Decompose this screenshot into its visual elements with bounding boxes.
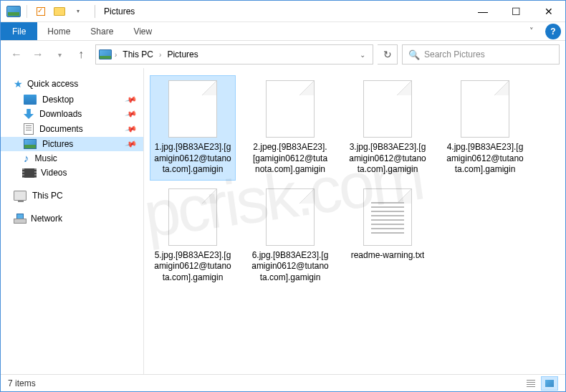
tab-home[interactable]: Home <box>37 22 80 40</box>
pin-icon: 📌 <box>125 123 138 135</box>
file-name-label: 3.jpg.[9B83AE23].[gamigin0612@tutanota.c… <box>348 142 427 176</box>
forward-button[interactable]: → <box>28 44 48 64</box>
breadcrumb-thispc[interactable]: This PC <box>120 49 156 59</box>
ribbon: File Home Share View ˅ ? <box>1 22 565 41</box>
sidebar-item-documents[interactable]: Documents📌 <box>1 121 143 137</box>
downloads-icon <box>24 109 34 119</box>
file-icon <box>168 80 217 138</box>
computer-icon <box>14 191 27 201</box>
file-item[interactable]: readme-warning.txt <box>345 183 431 289</box>
network-label: Network <box>31 214 62 224</box>
file-icon <box>363 80 412 138</box>
videos-icon <box>24 168 35 178</box>
recent-locations-button[interactable]: ▾ <box>49 44 69 64</box>
search-box[interactable]: 🔍 <box>402 44 560 64</box>
item-count: 7 items <box>8 378 36 388</box>
file-name-label: 4.jpg.[9B83AE23].[gamigin0612@tutanota.c… <box>446 142 524 176</box>
close-button[interactable]: ✕ <box>532 1 565 22</box>
address-history-button[interactable]: ⌄ <box>355 51 370 59</box>
refresh-button[interactable]: ↻ <box>378 44 398 64</box>
sidebar-item-pictures[interactable]: Pictures📌 <box>1 137 143 151</box>
file-icon <box>461 80 509 138</box>
music-icon: ♪ <box>24 153 29 163</box>
qat-customize-button[interactable]: ▾ <box>70 4 86 19</box>
file-icon <box>168 188 217 246</box>
sidebar-this-pc[interactable]: This PC <box>1 188 143 203</box>
sidebar-item-videos[interactable]: Videos <box>1 166 143 180</box>
file-icon <box>266 188 315 246</box>
file-name-label: 6.jpg.[9B83AE23].[gamigin0612@tutanota.c… <box>251 250 330 284</box>
file-item[interactable]: 3.jpg.[9B83AE23].[gamigin0612@tutanota.c… <box>345 75 431 181</box>
file-name-label: 1.jpg.[9B83AE23].[gamigin0612@tutanota.c… <box>153 142 232 176</box>
quick-access-label: Quick access <box>27 79 78 89</box>
location-icon <box>99 49 112 59</box>
navigation-bar: ← → ▾ ↑ › This PC › Pictures ⌄ ↻ 🔍 <box>1 41 565 68</box>
network-icon <box>14 214 25 224</box>
file-icon <box>266 80 315 138</box>
file-item[interactable]: 2.jpeg.[9B83AE23].[gamigin0612@tutanota.… <box>247 75 333 181</box>
app-icon <box>6 6 21 17</box>
file-item[interactable]: 1.jpg.[9B83AE23].[gamigin0612@tutanota.c… <box>150 75 236 181</box>
file-name-label: readme-warning.txt <box>351 250 425 262</box>
file-pane[interactable]: 1.jpg.[9B83AE23].[gamigin0612@tutanota.c… <box>144 68 565 374</box>
search-input[interactable] <box>424 49 553 59</box>
sidebar-item-music[interactable]: ♪Music <box>1 151 143 166</box>
this-pc-label: This PC <box>32 191 63 201</box>
maximize-button[interactable]: ☐ <box>499 1 532 22</box>
window-title: Pictures <box>104 6 135 16</box>
pin-icon: 📌 <box>125 93 138 106</box>
sidebar-item-label: Documents <box>39 124 83 134</box>
sidebar-item-downloads[interactable]: Downloads📌 <box>1 107 143 121</box>
tab-share[interactable]: Share <box>80 22 123 40</box>
up-button[interactable]: ↑ <box>71 44 91 64</box>
file-item[interactable]: 4.jpg.[9B83AE23].[gamigin0612@tutanota.c… <box>442 75 528 181</box>
file-item[interactable]: 5.jpg.[9B83AE23].[gamigin0612@tutanota.c… <box>150 183 236 289</box>
sidebar-item-label: Music <box>35 153 57 163</box>
desktop-icon <box>24 95 37 105</box>
chevron-right-icon[interactable]: › <box>159 51 161 59</box>
star-icon: ★ <box>14 78 23 90</box>
sidebar-item-label: Downloads <box>39 109 82 119</box>
sidebar-item-label: Pictures <box>42 139 73 149</box>
file-name-label: 2.jpeg.[9B83AE23].[gamigin0612@tutanota.… <box>251 142 330 176</box>
file-tab[interactable]: File <box>1 22 37 40</box>
sidebar-quick-access[interactable]: ★ Quick access <box>1 77 143 92</box>
details-view-button[interactable] <box>522 376 539 391</box>
navigation-pane: ★ Quick access Desktop📌Downloads📌Documen… <box>1 68 144 374</box>
pin-icon: 📌 <box>125 107 138 120</box>
text-file-icon <box>363 188 412 246</box>
sidebar-network[interactable]: Network <box>1 211 143 226</box>
file-name-label: 5.jpg.[9B83AE23].[gamigin0612@tutanota.c… <box>153 250 232 284</box>
sidebar-item-label: Videos <box>41 168 67 178</box>
back-button[interactable]: ← <box>6 44 27 64</box>
title-bar: ▾ Pictures — ☐ ✕ <box>1 1 565 22</box>
qat-newfolder-button[interactable] <box>52 4 67 19</box>
sidebar-item-desktop[interactable]: Desktop📌 <box>1 92 143 107</box>
minimize-button[interactable]: — <box>466 1 499 22</box>
pictures-icon <box>24 139 37 149</box>
help-button[interactable]: ? <box>545 24 561 39</box>
chevron-right-icon[interactable]: › <box>115 51 117 59</box>
ribbon-expand-button[interactable]: ˅ <box>522 22 541 40</box>
tab-view[interactable]: View <box>123 22 162 40</box>
documents-icon <box>24 123 34 135</box>
search-icon: 🔍 <box>408 49 420 60</box>
large-icons-view-button[interactable] <box>541 376 558 391</box>
pin-icon: 📌 <box>125 138 138 150</box>
status-bar: 7 items <box>1 374 565 391</box>
sidebar-item-label: Desktop <box>42 95 74 105</box>
address-bar[interactable]: › This PC › Pictures ⌄ <box>95 44 373 64</box>
file-item[interactable]: 6.jpg.[9B83AE23].[gamigin0612@tutanota.c… <box>247 183 333 289</box>
qat-properties-button[interactable] <box>33 4 49 19</box>
breadcrumb-pictures[interactable]: Pictures <box>164 49 201 59</box>
